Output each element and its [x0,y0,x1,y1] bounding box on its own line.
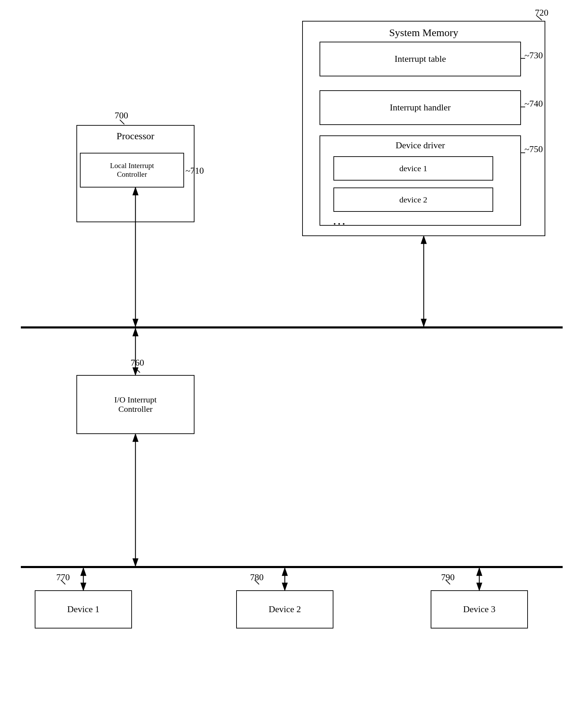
device2-inner-label: device 2 [399,195,428,205]
ref-740: ~740 [524,99,543,109]
ref-790: 790 [441,572,455,583]
device1-inner-box: device 1 [333,156,493,181]
interrupt-handler-label: Interrupt handler [390,102,450,113]
ref-720: 720 [535,8,548,18]
ref-730: ~730 [524,50,543,61]
local-interrupt-box: Local Interrupt Controller [80,153,184,188]
io-interrupt-box: I/O Interrupt Controller [76,375,194,434]
ref-710: ~710 [185,166,204,176]
device-driver-box: Device driver [320,135,521,226]
dots-label: ... [333,216,347,227]
ref-750: ~750 [524,144,543,155]
processor-title: Processor [77,131,194,142]
device1-inner-label: device 1 [399,164,428,173]
io-interrupt-label: I/O Interrupt Controller [114,395,157,414]
device-box-2: Device 2 [236,590,333,628]
device-box-3: Device 3 [431,590,528,628]
interrupt-table-box: Interrupt table [320,42,521,76]
device-driver-title: Device driver [320,140,520,151]
device2-inner-box: device 2 [333,188,493,212]
local-interrupt-label: Local Interrupt Controller [110,161,154,179]
interrupt-table-label: Interrupt table [395,54,446,64]
device3-label: Device 3 [463,604,495,615]
system-memory-title: System Memory [303,27,545,39]
interrupt-handler-box: Interrupt handler [320,90,521,125]
device-box-1: Device 1 [35,590,132,628]
ref-780: 780 [250,572,264,583]
device2-label: Device 2 [268,604,301,615]
bus-top-line [21,326,563,328]
ref-770: 770 [56,572,70,583]
diagram: System Memory Interrupt table Interrupt … [0,0,588,708]
device1-label: Device 1 [67,604,99,615]
ref-700: 700 [115,110,128,121]
ref-760: 760 [131,358,144,368]
bus-bottom-line [21,566,563,568]
